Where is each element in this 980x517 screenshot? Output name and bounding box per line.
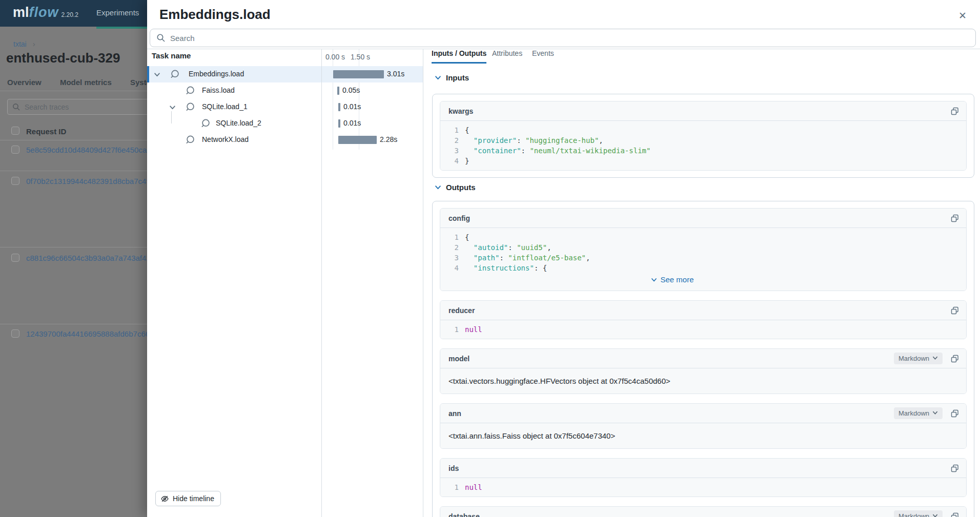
card-body: <txtai.vectors.huggingface.HFVectors obj… xyxy=(440,368,966,394)
code-token: , xyxy=(547,243,551,252)
line-number: 1 xyxy=(440,324,465,335)
card-title: database xyxy=(448,512,480,517)
hide-timeline-label: Hide timeline xyxy=(173,494,214,503)
code-token: "container" xyxy=(474,147,521,155)
mlflow-logo[interactable]: mlflow2.20.2 xyxy=(13,5,78,20)
code-token: "neuml/txtai-wikipedia-slim" xyxy=(529,147,650,155)
attribute-card-reducer: reducer1null xyxy=(440,300,967,339)
span-name: SQLite.load_1 xyxy=(202,102,248,111)
card-header: annMarkdown xyxy=(440,404,966,423)
duration-label: 0.05s xyxy=(342,86,360,94)
request-id-link[interactable]: 12439700fa44416695888afd6b7c662b xyxy=(26,329,158,338)
span-search-box[interactable] xyxy=(150,29,976,47)
chevron-down-icon xyxy=(932,512,938,517)
card-title: ids xyxy=(448,464,459,472)
code-line: 3 "container": "neuml/txtai-wikipedia-sl… xyxy=(440,146,966,156)
span-row-NetworkX.load[interactable]: NetworkX.load2.28s xyxy=(147,132,423,148)
span-row-Embeddings.load[interactable]: Embeddings.load3.01s xyxy=(147,66,423,82)
code-token: "huggingface-hub" xyxy=(525,136,599,144)
code-token: } xyxy=(465,157,469,165)
chevron-down-icon xyxy=(932,409,938,417)
card-header: kwargs xyxy=(440,101,966,121)
close-icon[interactable]: ✕ xyxy=(955,8,970,23)
code-line: 1null xyxy=(440,324,966,335)
span-search-input[interactable] xyxy=(170,34,939,43)
span-type-icon xyxy=(200,118,211,131)
code-token: : xyxy=(499,254,508,262)
timeline-tick: 0.00 s xyxy=(325,53,345,61)
code-token: { xyxy=(465,233,469,241)
span-name: SQLite.load_2 xyxy=(216,119,261,127)
markdown-value: <txtai.vectors.huggingface.HFVectors obj… xyxy=(448,377,670,385)
row-checkbox[interactable] xyxy=(11,146,19,154)
code-line: 4} xyxy=(440,156,966,166)
nav-active-underline xyxy=(96,27,154,29)
copy-icon[interactable] xyxy=(950,305,960,316)
search-traces-placeholder: Search traces xyxy=(25,103,69,111)
copy-icon[interactable] xyxy=(950,213,960,223)
tab-inputs-outputs[interactable]: Inputs / Outputs xyxy=(432,49,486,64)
card-header: ids xyxy=(440,459,966,478)
copy-icon[interactable] xyxy=(950,511,960,517)
see-more-link[interactable]: See more xyxy=(440,273,935,286)
code-token: { xyxy=(465,126,469,134)
card-body: 1null xyxy=(440,478,966,497)
line-number: 3 xyxy=(440,253,465,263)
tab-attributes[interactable]: Attributes xyxy=(492,49,522,64)
copy-icon[interactable] xyxy=(950,354,960,364)
outputs-section-header[interactable]: Outputs xyxy=(435,183,476,192)
attribute-card-config: config1{2 "autoid": "uuid5",3 "path": "i… xyxy=(440,208,967,291)
card-body: 1null xyxy=(440,320,966,339)
request-id-link[interactable]: 0f70b2c1319944c482391d8cba7c49f3 xyxy=(26,177,157,185)
request-id-link[interactable]: 5e8c59cdd10d48409d427f6e450ca28 xyxy=(26,146,155,154)
tab-overview[interactable]: Overview xyxy=(7,78,42,87)
card-title: ann xyxy=(448,409,461,418)
attribute-card-ids: ids1null xyxy=(440,458,967,497)
trace-detail-modal: Embeddings.load ✕ Task name 0.00 s 1.50 … xyxy=(147,0,980,517)
span-row-SQLite.load_1[interactable]: SQLite.load_10.01s xyxy=(147,99,423,115)
copy-icon[interactable] xyxy=(950,463,960,473)
row-checkbox[interactable] xyxy=(11,254,19,262)
code-line: 2 "autoid": "uuid5", xyxy=(440,242,966,253)
column-header-request-id[interactable]: Request ID xyxy=(26,127,66,136)
chevron-down-icon xyxy=(651,277,657,283)
eye-off-icon xyxy=(160,494,169,503)
line-number: 1 xyxy=(440,482,465,492)
line-number: 3 xyxy=(440,146,465,156)
markdown-select[interactable]: Markdown xyxy=(894,510,943,517)
mlflow-version: 2.20.2 xyxy=(62,11,78,18)
span-row-SQLite.load_2[interactable]: SQLite.load_20.01s xyxy=(147,115,423,132)
code-line: 1{ xyxy=(440,232,966,242)
row-checkbox[interactable] xyxy=(11,177,19,185)
hide-timeline-button[interactable]: Hide timeline xyxy=(155,491,221,506)
select-all-checkbox[interactable] xyxy=(11,127,19,135)
code-token: "uuid5" xyxy=(517,243,547,252)
card-title: config xyxy=(448,214,470,222)
code-token: , xyxy=(586,254,590,262)
inputs-section-header[interactable]: Inputs xyxy=(435,73,469,82)
row-checkbox[interactable] xyxy=(11,329,19,338)
outputs-cards: config1{2 "autoid": "uuid5",3 "path": "i… xyxy=(440,208,967,517)
markdown-select[interactable]: Markdown xyxy=(894,407,943,419)
tree-timeline-divider xyxy=(321,49,322,517)
request-id-link[interactable]: c881c96c66504c3b93a0a7a743af42c xyxy=(26,254,154,262)
copy-icon[interactable] xyxy=(950,106,960,116)
span-type-icon xyxy=(185,86,195,98)
code-token: "intfloat/e5-base" xyxy=(508,254,586,262)
copy-icon[interactable] xyxy=(950,408,960,419)
tab-model-metrics[interactable]: Model metrics xyxy=(60,78,112,87)
inputs-cards: kwargs1{2 "provider": "huggingface-hub",… xyxy=(440,101,967,171)
code-token: : xyxy=(517,136,525,144)
breadcrumb[interactable]: txtai› xyxy=(13,39,35,48)
nav-item-experiments[interactable]: Experiments xyxy=(96,8,139,17)
tab-events[interactable]: Events xyxy=(532,49,554,64)
span-type-icon xyxy=(185,135,195,147)
attribute-card-model: modelMarkdown<txtai.vectors.huggingface.… xyxy=(440,348,967,394)
span-row-Faiss.load[interactable]: Faiss.load0.05s xyxy=(147,82,423,99)
span-name: NetworkX.load xyxy=(202,135,249,143)
chevron-down-icon[interactable] xyxy=(154,71,160,80)
chevron-down-icon[interactable] xyxy=(169,104,176,113)
markdown-select[interactable]: Markdown xyxy=(894,353,943,364)
duration-bar xyxy=(338,136,377,144)
code-token: { xyxy=(543,264,547,272)
